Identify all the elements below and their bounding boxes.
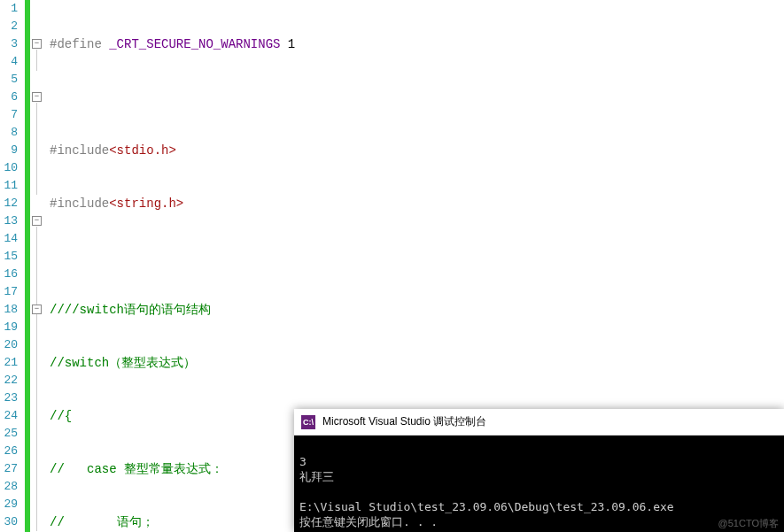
console-line: 礼拜三 <box>299 470 334 483</box>
line-number: 30 <box>4 513 18 531</box>
preproc: #include <box>50 197 109 211</box>
line-number: 22 <box>4 372 18 389</box>
line-number: 27 <box>4 460 18 478</box>
line-number: 28 <box>4 478 18 496</box>
preproc: #define <box>50 37 109 51</box>
code-line[interactable] <box>50 248 784 266</box>
line-number: 24 <box>4 407 18 425</box>
line-number: 9 <box>4 142 18 159</box>
console-line: 3 <box>299 455 307 468</box>
fold-toggle-icon[interactable]: − <box>32 216 42 226</box>
debug-console-window[interactable]: C:\ Microsoft Visual Studio 调试控制台 3 礼拜三 … <box>294 409 784 532</box>
code-line[interactable]: ////switch语句的语句结构 <box>50 301 784 319</box>
line-number: 26 <box>4 443 18 460</box>
line-number: 17 <box>4 283 18 301</box>
fold-toggle-icon[interactable]: − <box>32 39 42 49</box>
line-number: 7 <box>4 106 18 124</box>
console-line: 按任意键关闭此窗口. . . <box>299 515 438 528</box>
code-line[interactable]: #include<stdio.h> <box>50 142 784 159</box>
code-line[interactable]: #define _CRT_SECURE_NO_WARNINGS 1 <box>50 35 784 53</box>
comment: // 语句； <box>50 515 154 529</box>
line-number: 3 <box>4 35 18 53</box>
line-number: 12 <box>4 195 18 212</box>
line-number: 10 <box>4 159 18 177</box>
macro: _CRT_SECURE_NO_WARNINGS <box>109 37 280 51</box>
fold-toggle-icon[interactable]: − <box>32 92 42 102</box>
line-number: 14 <box>4 230 18 248</box>
code-line[interactable]: //switch（整型表达式） <box>50 354 784 372</box>
fold-guide <box>36 227 37 531</box>
line-number: 20 <box>4 336 18 354</box>
code-line[interactable] <box>50 89 784 106</box>
fold-guide <box>36 103 37 195</box>
fold-toggle-icon[interactable]: − <box>32 305 42 314</box>
fold-column: − − − − <box>30 0 46 532</box>
line-number: 8 <box>4 124 18 142</box>
line-number: 23 <box>4 389 18 407</box>
line-number: 29 <box>4 496 18 513</box>
console-titlebar[interactable]: C:\ Microsoft Visual Studio 调试控制台 <box>294 409 784 436</box>
text: 1 <box>280 37 295 51</box>
line-number: 19 <box>4 319 18 336</box>
preproc: #include <box>50 143 109 158</box>
line-number: 5 <box>4 71 18 89</box>
line-number: 4 <box>4 53 18 71</box>
code-line[interactable]: #include<string.h> <box>50 195 784 212</box>
line-number: 11 <box>4 177 18 195</box>
line-number: 6 <box>4 89 18 106</box>
console-line: E:\Visual Studio\test_23.09.06\Debug\tes… <box>299 500 674 513</box>
fold-guide <box>36 50 37 71</box>
line-number: 2 <box>4 18 18 35</box>
header: <stdio.h> <box>109 143 176 158</box>
comment: //{ <box>50 409 72 423</box>
watermark: @51CTO博客 <box>718 517 779 530</box>
line-number-gutter: 1 2 3 4 5 6 7 8 9 10 11 12 13 14 15 16 1… <box>0 0 25 532</box>
header: <string.h> <box>109 197 183 211</box>
line-number: 21 <box>4 354 18 372</box>
comment: // case 整型常量表达式： <box>50 462 223 476</box>
line-number: 1 <box>4 0 18 18</box>
line-number: 18 <box>4 301 18 319</box>
line-number: 25 <box>4 425 18 443</box>
comment: //switch（整型表达式） <box>50 356 196 370</box>
comment: ////switch语句的语句结构 <box>50 303 211 317</box>
console-title: Microsoft Visual Studio 调试控制台 <box>322 414 486 429</box>
console-app-icon: C:\ <box>301 415 315 429</box>
line-number: 16 <box>4 266 18 283</box>
console-output[interactable]: 3 礼拜三 E:\Visual Studio\test_23.09.06\Deb… <box>294 436 784 532</box>
line-number: 13 <box>4 212 18 230</box>
line-number: 15 <box>4 248 18 266</box>
